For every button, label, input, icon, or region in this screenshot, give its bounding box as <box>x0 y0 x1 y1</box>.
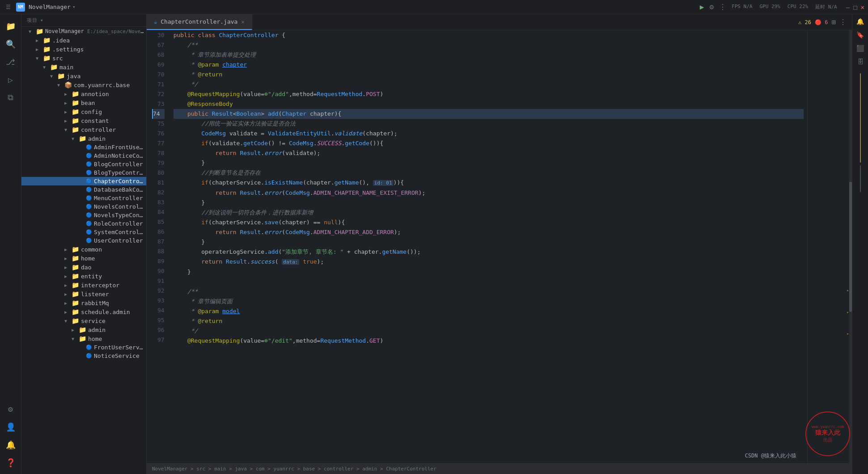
tree-item-idea[interactable]: ▶ 📁 .idea <box>21 36 146 45</box>
tree-item-service-admin[interactable]: ▶ 📁 admin <box>21 325 146 334</box>
tree-item-entity[interactable]: ▶ 📁 entity <box>21 272 146 281</box>
tree-item-home[interactable]: ▶ 📁 home <box>21 254 146 263</box>
tree-item-listener[interactable]: ▶ 📁 listener <box>21 289 146 298</box>
code-line-92: /** <box>174 287 804 297</box>
notifications-icon[interactable]: 🔔 <box>3 436 19 453</box>
tree-item-AdminFrontUserController[interactable]: 🔵 AdminFrontUserController <box>21 143 146 151</box>
tab-close-button[interactable]: ✕ <box>241 19 244 25</box>
search-icon[interactable]: 🔍 <box>3 36 19 52</box>
code-line-97: @RequestMapping(value=⊕"/edit",method=Re… <box>174 336 804 346</box>
tree-item-controller[interactable]: ▼ 📁 controller <box>21 125 146 134</box>
tree-item-BlogTypeController[interactable]: 🔵 BlogTypeController <box>21 168 146 177</box>
tree-item-service[interactable]: ▼ 📁 service <box>21 316 146 325</box>
help-icon[interactable]: ❓ <box>3 454 19 470</box>
tree-item-interceptor[interactable]: ▶ 📁 interceptor <box>21 281 146 289</box>
tree-item-java[interactable]: ▼ 📁 java <box>21 71 146 80</box>
code-line-75: //用统一验证实体方法验证是否合法 <box>174 119 804 129</box>
tree-item-schedule[interactable]: ▶ 📁 schedule.admin <box>21 307 146 316</box>
tree-item-annotion[interactable]: ▶ 📁 annotion <box>21 89 146 98</box>
code-line-94: * @param model <box>174 306 804 316</box>
terminal-icon[interactable]: ⬛ <box>855 43 866 54</box>
tree-item-RoleController[interactable]: 🔵 RoleController <box>21 219 146 228</box>
tree-item-dao[interactable]: ▶ 📁 dao <box>21 263 146 272</box>
more-icon[interactable]: ⋮ <box>719 3 726 11</box>
tree-item-BlogController[interactable]: 🔵 BlogController <box>21 160 146 168</box>
java-file-icon: ☕ <box>154 19 157 25</box>
app-icon: NM <box>16 3 25 12</box>
tree-item-main[interactable]: ▼ 📁 main <box>21 63 146 71</box>
file-tree-header[interactable]: 项目 ▾ <box>21 14 146 27</box>
tree-item-common[interactable]: ▶ 📁 common <box>21 245 146 254</box>
database-icon[interactable]: 🗄 <box>855 56 865 67</box>
tree-item-MenuController[interactable]: 🔵 MenuController <box>21 194 146 202</box>
menu-icon[interactable]: ☰ <box>4 3 13 12</box>
activity-bar: 📁 🔍 ⎇ ▷ ⧉ ⚙ 👤 🔔 ❓ <box>0 14 21 474</box>
tree-item-NoticeService[interactable]: 🔵 NoticeService <box>21 352 146 360</box>
notifications-gutter-icon[interactable]: 🔔 <box>855 16 866 27</box>
line-numbers: 30 67 68 69 70 71 72 73 74 75 76 77 78 7… <box>147 30 170 463</box>
code-line-95: * @return <box>174 316 804 326</box>
code-line-78: return Result.error(validate); <box>174 148 804 158</box>
time-stat: 延时 N/A <box>815 4 837 10</box>
tree-item-bean[interactable]: ▶ 📁 bean <box>21 98 146 107</box>
title-bar-left: ☰ NM NovelManager ▾ <box>4 3 76 12</box>
minimize-button[interactable]: — <box>846 4 850 11</box>
git-icon[interactable]: ⎇ <box>3 54 19 70</box>
account-icon[interactable]: 👤 <box>3 419 19 435</box>
tree-item-NovelsTypeController[interactable]: 🔵 NovelsTypeController <box>21 211 146 219</box>
window-controls: — □ ✕ <box>846 4 864 11</box>
run-icon[interactable]: ▶ <box>700 3 704 11</box>
main-container: 📁 🔍 ⎇ ▷ ⧉ ⚙ 👤 🔔 ❓ 项目 ▾ ▼ 📁 NovelManager … <box>0 14 868 474</box>
settings-icon-left[interactable]: ⚙ <box>3 401 19 417</box>
tree-item-service-home[interactable]: ▼ 📁 home <box>21 334 146 343</box>
tree-item-ChapterController[interactable]: 🔵 ChapterController <box>21 177 146 185</box>
code-line-84: //到这说明一切符合条件，进行数据库新增 <box>174 208 804 218</box>
tab-bar: ☕ ChapterController.java ✕ ⚠ 26 🔴 6 ⊞ ⋮ <box>147 14 852 30</box>
tree-item-UserController[interactable]: 🔵 UserController <box>21 236 146 245</box>
code-line-79: } <box>174 158 804 168</box>
editor-actions: ⚠ 26 🔴 6 ⊞ ⋮ <box>793 14 852 30</box>
tab-chapter-controller[interactable]: ☕ ChapterController.java ✕ <box>147 14 252 30</box>
watermark-subtitle: 出品 <box>823 437 832 443</box>
title-bar: ☰ NM NovelManager ▾ ▶ ⚙ ⋮ FPS N/A GPU 29… <box>0 0 868 14</box>
maximize-button[interactable]: □ <box>853 4 857 11</box>
code-line-71: */ <box>174 80 804 89</box>
explorer-icon[interactable]: 📁 <box>3 18 19 34</box>
file-tree: 项目 ▾ ▼ 📁 NovelManager E:/idea_space/Nove… <box>21 14 147 474</box>
editor-content: 30 67 68 69 70 71 72 73 74 75 76 77 78 7… <box>147 30 852 463</box>
tree-item-constant[interactable]: ▶ 📁 constant <box>21 116 146 125</box>
tree-item-rabbitMq[interactable]: ▶ 📁 rabbitMq <box>21 298 146 307</box>
code-line-81: if(chapterService.isExistName(chapter.ge… <box>174 178 804 188</box>
tree-item-novel-manager[interactable]: ▼ 📁 NovelManager E:/idea_space/NovelMana… <box>21 27 146 36</box>
extensions-icon[interactable]: ⧉ <box>3 89 19 105</box>
tree-item-AdminNoticeController[interactable]: 🔵 AdminNoticeController <box>21 151 146 160</box>
csdn-label: CSDN @猿来入此小猿 <box>745 452 796 460</box>
run-debug-icon[interactable]: ▷ <box>3 71 19 88</box>
tree-item-admin-folder[interactable]: ▼ 📁 admin <box>21 134 146 143</box>
code-line-91 <box>174 277 804 287</box>
breadcrumb: NovelManager > src > main > java > com >… <box>152 466 436 472</box>
bookmark-icon[interactable]: 🔖 <box>855 29 866 40</box>
tree-item-DatabaseBakController[interactable]: 🔵 DatabaseBakController <box>21 185 146 194</box>
code-line-73: @ResponseBody <box>174 99 804 109</box>
code-line-89: return Result.success( data: true); <box>174 257 804 267</box>
split-editor-icon[interactable]: ⊞ <box>831 18 836 26</box>
code-line-86: return Result.error(CodeMsg.ADMIN_CHAPTE… <box>174 227 804 237</box>
tree-item-SystemController[interactable]: 🔵 SystemController <box>21 228 146 236</box>
cpu-stat: CPU 22% <box>788 4 808 10</box>
tree-item-src[interactable]: ▼ 📁 src <box>21 54 146 63</box>
tree-item-NovelsController[interactable]: 🔵 NovelsController <box>21 202 146 211</box>
tree-item-config[interactable]: ▶ 📁 config <box>21 107 146 116</box>
app-name: NovelManager ▾ <box>29 4 76 10</box>
code-area[interactable]: public class ChapterController { /** * 章… <box>170 30 807 463</box>
tree-item-FrontUserService[interactable]: 🔵 FrontUserService <box>21 343 146 352</box>
minimap-content <box>808 30 852 463</box>
code-line-96: */ <box>174 326 804 336</box>
code-line-93: * 章节编辑页面 <box>174 297 804 306</box>
more-actions-icon[interactable]: ⋮ <box>839 18 847 26</box>
tree-item-settings[interactable]: ▶ 📁 .settings <box>21 45 146 54</box>
settings-icon[interactable]: ⚙ <box>709 3 714 11</box>
code-line-90: } <box>174 267 804 277</box>
tree-item-package[interactable]: ▼ 📦 com.yuanrrc.base <box>21 80 146 89</box>
close-button[interactable]: ✕ <box>861 4 864 11</box>
